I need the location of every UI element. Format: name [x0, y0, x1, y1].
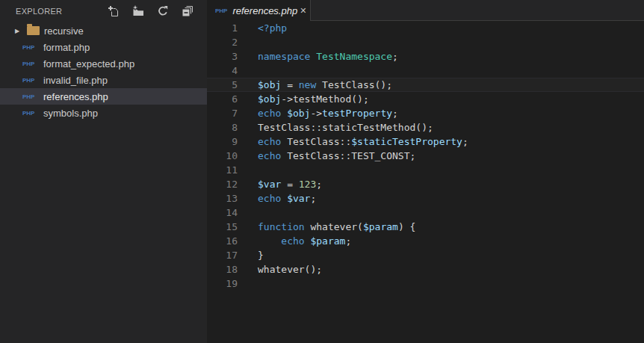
file-label: invalid_file.php	[43, 75, 108, 86]
line-number: 15	[207, 220, 238, 234]
line-content[interactable]: echo TestClass::$staticTestProperty;	[238, 135, 468, 149]
php-file-icon: PHP	[22, 93, 37, 100]
line-number: 12	[207, 177, 238, 191]
line-number: 17	[207, 248, 238, 262]
code-line-15[interactable]: 15function whatever($param) {	[207, 220, 644, 234]
line-content[interactable]: $obj = new TestClass();	[238, 78, 392, 92]
line-number: 3	[207, 49, 238, 64]
php-file-icon: PHP	[215, 7, 227, 14]
folder-icon	[27, 26, 40, 35]
code-line-12[interactable]: 12$var = 123;	[207, 177, 644, 191]
line-number: 8	[207, 120, 238, 135]
code-line-8[interactable]: 8TestClass::staticTestMethod();	[207, 120, 644, 135]
line-content[interactable]	[238, 163, 258, 177]
line-number: 18	[207, 262, 238, 276]
tab-references-php[interactable]: PHP references.php ✕	[207, 0, 310, 21]
line-content[interactable]: }	[238, 248, 264, 262]
sidebar-item-references-php[interactable]: PHPreferences.php	[0, 88, 207, 105]
sidebar-item-invalid-file-php[interactable]: PHPinvalid_file.php	[0, 72, 207, 88]
tab-strip-empty	[310, 0, 644, 21]
line-content[interactable]: echo $param;	[238, 234, 351, 248]
line-content[interactable]: function whatever($param) {	[238, 220, 415, 234]
php-file-icon: PHP	[22, 61, 37, 67]
line-content[interactable]: namespace TestNamespace;	[238, 49, 398, 64]
code-line-16[interactable]: 16 echo $param;	[207, 234, 644, 248]
line-content[interactable]: $obj->testMethod();	[238, 92, 369, 106]
code-line-2[interactable]: 2	[207, 35, 644, 49]
file-label: format.php	[43, 42, 90, 53]
line-content[interactable]	[238, 276, 258, 291]
line-number: 9	[207, 135, 238, 149]
code-line-11[interactable]: 11	[207, 163, 644, 177]
close-icon[interactable]: ✕	[297, 4, 309, 17]
file-label: format_expected.php	[43, 58, 134, 69]
editor-area: PHP references.php ✕ 1<?php23namespace T…	[207, 0, 644, 343]
line-content[interactable]	[238, 35, 258, 49]
line-content[interactable]: echo $var;	[238, 191, 316, 206]
file-label: symbols.php	[43, 108, 98, 119]
code-line-17[interactable]: 17}	[207, 248, 644, 262]
tab-label: references.php	[232, 5, 297, 16]
sidebar-item-format-php[interactable]: PHPformat.php	[0, 39, 207, 55]
collapse-all-icon[interactable]	[182, 5, 193, 17]
line-content[interactable]: $var = 123;	[238, 177, 322, 191]
file-list: ▶recursivePHPformat.phpPHPformat_expecte…	[0, 22, 207, 343]
code-line-14[interactable]: 14	[207, 206, 644, 220]
new-file-icon[interactable]	[108, 5, 120, 17]
line-number: 2	[207, 35, 238, 49]
line-content[interactable]: echo TestClass::TEST_CONST;	[238, 149, 415, 163]
line-content[interactable]: <?php	[238, 21, 287, 35]
line-number: 7	[207, 106, 238, 120]
line-number: 11	[207, 163, 238, 177]
file-label: references.php	[43, 91, 108, 102]
code-line-1[interactable]: 1<?php	[207, 21, 644, 35]
php-file-icon: PHP	[22, 44, 37, 51]
line-content[interactable]: whatever();	[238, 262, 322, 276]
explorer-header: EXPLORER	[0, 0, 207, 22]
chevron-right-icon[interactable]: ▶	[15, 28, 27, 34]
php-file-icon: PHP	[22, 110, 37, 117]
sidebar-item-recursive[interactable]: ▶recursive	[0, 22, 207, 39]
line-content[interactable]	[238, 64, 258, 78]
new-folder-icon[interactable]	[132, 5, 144, 17]
line-number: 4	[207, 64, 238, 78]
code-line-13[interactable]: 13echo $var;	[207, 191, 644, 206]
code-line-3[interactable]: 3namespace TestNamespace;	[207, 49, 644, 64]
explorer-title: EXPLORER	[16, 7, 108, 16]
line-content[interactable]	[238, 206, 258, 220]
code-line-6[interactable]: 6$obj->testMethod();	[207, 92, 644, 106]
line-number: 19	[207, 276, 238, 291]
code-line-4[interactable]: 4	[207, 64, 644, 78]
line-number: 1	[207, 21, 238, 35]
php-file-icon: PHP	[22, 77, 37, 84]
line-number: 16	[207, 234, 238, 248]
line-number: 5	[207, 78, 238, 92]
refresh-icon[interactable]	[157, 5, 169, 17]
code-line-10[interactable]: 10echo TestClass::TEST_CONST;	[207, 149, 644, 163]
explorer-actions	[108, 5, 193, 17]
line-number: 13	[207, 191, 238, 206]
tab-bar: PHP references.php ✕	[207, 0, 644, 21]
code-line-18[interactable]: 18whatever();	[207, 262, 644, 276]
code-line-9[interactable]: 9echo TestClass::$staticTestProperty;	[207, 135, 644, 149]
sidebar-item-symbols-php[interactable]: PHPsymbols.php	[0, 105, 207, 121]
line-number: 10	[207, 149, 238, 163]
code-line-19[interactable]: 19	[207, 276, 644, 291]
sidebar-item-format-expected-php[interactable]: PHPformat_expected.php	[0, 55, 207, 72]
file-label: recursive	[44, 25, 84, 37]
line-content[interactable]: TestClass::staticTestMethod();	[238, 120, 433, 135]
code-line-7[interactable]: 7echo $obj->testProperty;	[207, 106, 644, 120]
explorer-sidebar: EXPLORER ▶recursivePHPformat.phpPHPforma…	[0, 0, 207, 343]
line-number: 14	[207, 206, 238, 220]
line-number: 6	[207, 92, 238, 106]
line-content[interactable]: echo $obj->testProperty;	[238, 106, 398, 120]
code-editor[interactable]: 1<?php23namespace TestNamespace;45$obj =…	[207, 21, 644, 343]
code-line-5[interactable]: 5$obj = new TestClass();	[207, 78, 644, 92]
